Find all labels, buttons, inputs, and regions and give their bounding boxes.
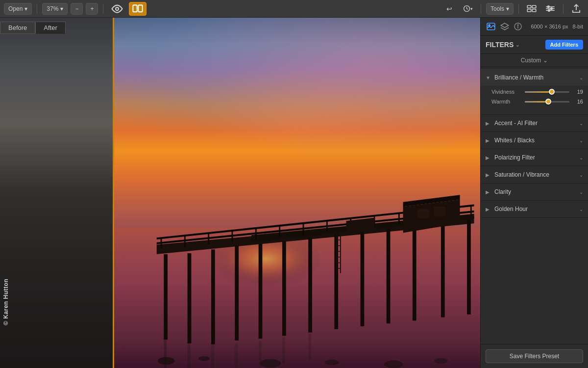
filter-golden-hour-header[interactable]: ▶ Golden Hour ⌄ xyxy=(481,201,588,217)
separator-3 xyxy=(481,4,481,14)
info-icon xyxy=(514,23,522,30)
filter-wb-label: Whites / Blacks xyxy=(494,137,576,144)
zoom-increase-button[interactable]: + xyxy=(86,3,98,15)
expand-icon-clarity: ▶ xyxy=(486,189,491,195)
separator-1 xyxy=(37,4,37,14)
info-tab[interactable] xyxy=(513,22,523,31)
tools-button[interactable]: Tools ▾ xyxy=(486,3,514,15)
filter-whites-blacks: ▶ Whites / Blacks ⌄ xyxy=(481,132,588,149)
vividness-label: Vividness xyxy=(491,89,521,95)
svg-rect-53 xyxy=(211,344,214,368)
svg-point-13 xyxy=(548,9,550,11)
warmth-slider[interactable] xyxy=(525,101,569,103)
svg-point-61 xyxy=(198,356,210,361)
svg-rect-49 xyxy=(434,207,445,216)
compare-button[interactable] xyxy=(129,2,147,16)
svg-rect-54 xyxy=(235,343,238,367)
vividness-fill xyxy=(525,91,552,93)
pier-overlay xyxy=(113,140,480,368)
svg-rect-56 xyxy=(282,337,285,363)
svg-rect-21 xyxy=(259,244,263,339)
filter-golden-label: Golden Hour xyxy=(494,206,576,212)
share-button[interactable] xyxy=(568,2,584,16)
undo-button[interactable]: ↩ xyxy=(441,2,457,16)
filter-polarizing: ▶ Polarizing Filter ⌄ xyxy=(481,149,588,166)
filter-wb-options: ⌄ xyxy=(579,138,583,143)
panels-icon xyxy=(527,5,537,12)
filter-brilliance-warmth-label: Brilliance / Warmth xyxy=(494,74,576,81)
pier-svg xyxy=(113,140,480,368)
custom-preset-dropdown[interactable]: Custom ⌄ xyxy=(521,57,548,64)
before-label[interactable]: Before xyxy=(0,22,35,34)
filter-clarity-options: ⌄ xyxy=(579,189,583,195)
filter-golden-options: ⌄ xyxy=(579,207,583,212)
expand-icon-accent: ▶ xyxy=(486,121,491,126)
separator-2 xyxy=(103,4,103,14)
svg-rect-5 xyxy=(532,5,536,8)
layers-icon xyxy=(500,23,509,30)
filter-pol-options: ⌄ xyxy=(579,155,583,160)
svg-point-11 xyxy=(547,6,549,8)
svg-rect-17 xyxy=(164,254,168,340)
expand-icon: ▼ xyxy=(486,75,491,80)
after-label[interactable]: After xyxy=(35,22,65,34)
svg-point-63 xyxy=(325,360,339,366)
before-after-labels: Before After xyxy=(0,22,66,34)
open-button[interactable]: Open ▾ xyxy=(4,3,32,15)
sidebar-top-bar: 6000 × 3616 px 8-bit xyxy=(481,18,588,36)
image-area[interactable]: Before After xyxy=(0,18,480,368)
separator-5 xyxy=(563,4,564,14)
filter-whites-blacks-header[interactable]: ▶ Whites / Blacks ⌄ xyxy=(481,132,588,149)
filter-saturation-vibrance-header[interactable]: ▶ Saturation / Vibrance ⌄ xyxy=(481,166,588,183)
custom-preset-row: Custom ⌄ xyxy=(481,54,588,67)
filter-brilliance-warmth: ▼ Brilliance / Warmth ⌄ Vividness 19 xyxy=(481,69,588,115)
save-preset-button[interactable]: Save Filters Preset xyxy=(486,349,583,363)
history-button[interactable]: ▾ xyxy=(460,2,476,16)
zoom-decrease-button[interactable]: − xyxy=(71,3,83,15)
svg-rect-48 xyxy=(417,209,429,218)
image-info: 6000 × 3616 px 8-bit xyxy=(526,24,583,29)
svg-rect-22 xyxy=(282,241,286,336)
svg-rect-6 xyxy=(527,9,531,12)
photo-info-tab[interactable] xyxy=(486,22,496,31)
expand-icon-golden: ▶ xyxy=(486,207,491,212)
expand-icon-wb: ▶ xyxy=(486,138,491,143)
zoom-display[interactable]: 37% ▾ xyxy=(42,3,68,15)
warmth-thumb[interactable] xyxy=(545,99,551,105)
svg-point-62 xyxy=(260,359,281,368)
separator-4 xyxy=(518,4,519,14)
filter-brilliance-warmth-controls: Vividness 19 Warmth xyxy=(481,86,588,114)
preview-button[interactable] xyxy=(108,2,126,16)
filter-pol-label: Polarizing Filter xyxy=(494,154,576,161)
svg-rect-28 xyxy=(441,222,445,317)
svg-rect-29 xyxy=(467,219,471,314)
vividness-thumb[interactable] xyxy=(549,89,555,95)
filter-golden-hour: ▶ Golden Hour ⌄ xyxy=(481,201,588,218)
svg-rect-31 xyxy=(184,236,186,247)
expand-icon-sat: ▶ xyxy=(486,172,491,178)
sidebar-panel: 6000 × 3616 px 8-bit FILTERS ⌄ Add Filte… xyxy=(480,18,588,368)
filter-brilliance-warmth-header[interactable]: ▼ Brilliance / Warmth ⌄ xyxy=(481,69,588,86)
layers-tab[interactable] xyxy=(499,22,510,31)
filter-clarity-label: Clarity xyxy=(494,188,576,195)
vividness-value: 19 xyxy=(573,89,583,95)
filter-polarizing-header[interactable]: ▶ Polarizing Filter ⌄ xyxy=(481,149,588,166)
svg-point-12 xyxy=(551,8,553,10)
filter-clarity-header[interactable]: ▶ Clarity ⌄ xyxy=(481,184,588,200)
panels-button[interactable] xyxy=(524,2,539,16)
svg-rect-26 xyxy=(387,229,391,323)
comparison-divider[interactable] xyxy=(113,18,114,368)
vividness-row: Vividness 19 xyxy=(491,89,583,95)
filter-accent-ai-header[interactable]: ▶ Accent - AI Filter ⌄ xyxy=(481,115,588,131)
svg-rect-52 xyxy=(188,342,191,368)
watermark: © Karen Hutton xyxy=(2,279,9,325)
warmth-value: 16 xyxy=(573,99,583,105)
svg-rect-4 xyxy=(527,5,531,8)
filters-title[interactable]: FILTERS ⌄ xyxy=(486,41,519,49)
adjustments-button[interactable] xyxy=(542,2,558,16)
svg-point-14 xyxy=(180,207,370,301)
add-filters-button[interactable]: Add Filters xyxy=(545,40,583,50)
vividness-slider[interactable] xyxy=(525,91,569,93)
photo-canvas: © Karen Hutton xyxy=(0,18,480,368)
svg-rect-2 xyxy=(139,5,143,12)
